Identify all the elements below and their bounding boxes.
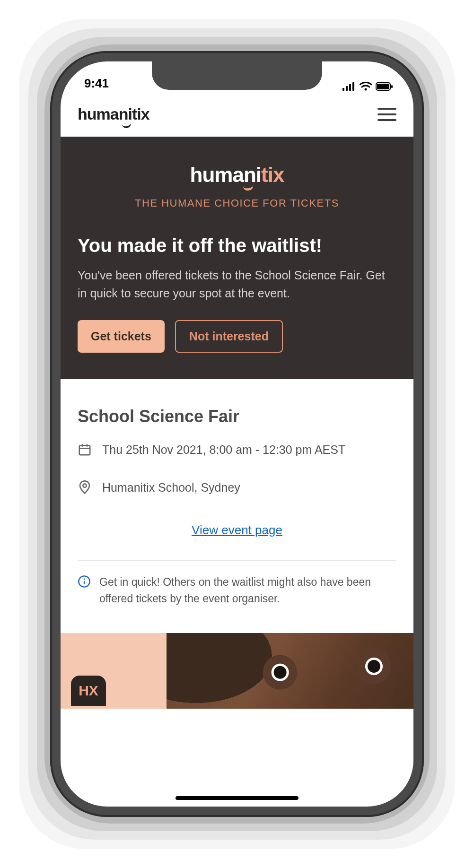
event-location: Humanitix School, Sydney [102, 481, 240, 495]
status-time: 9:41 [84, 76, 109, 91]
event-datetime: Thu 25th Nov 2021, 8:00 am - 12:30 pm AE… [102, 443, 345, 457]
svg-point-4 [365, 88, 367, 91]
hero-body: You've been offered tickets to the Schoo… [78, 267, 396, 302]
svg-rect-7 [391, 85, 393, 88]
wifi-icon [360, 82, 372, 91]
svg-rect-0 [342, 88, 344, 91]
hero-brand-logo: HumaniTIX [190, 163, 284, 187]
menu-icon[interactable] [377, 108, 396, 121]
hx-badge: HX [71, 676, 106, 706]
svg-point-15 [84, 578, 85, 580]
location-pin-icon [78, 480, 92, 495]
svg-rect-3 [352, 82, 354, 91]
notice-text: Get in quick! Others on the waitlist mig… [99, 574, 396, 607]
hero-actions: Get tickets Not interested [78, 320, 396, 353]
home-indicator[interactable] [176, 796, 298, 800]
hero-section: HumaniTIX THE HUMANE CHOICE FOR TICKETS … [61, 137, 413, 379]
event-title: School Science Fair [78, 407, 396, 426]
svg-rect-1 [346, 86, 348, 91]
svg-rect-2 [349, 84, 351, 91]
info-icon [78, 575, 91, 588]
phone-frame: 9:41 [50, 51, 424, 817]
event-location-row: Humanitix School, Sydney [78, 480, 396, 495]
footer-image-photo [167, 633, 413, 709]
svg-rect-6 [377, 84, 389, 89]
divider [78, 560, 396, 561]
footer-image-strip: HX [61, 633, 413, 709]
footer-image-left: HX [61, 633, 167, 709]
app-header: humanitix [61, 94, 413, 137]
not-interested-button[interactable]: Not interested [175, 320, 283, 353]
phone-notch [152, 61, 322, 90]
cellular-icon [342, 82, 356, 91]
brand-logo[interactable]: humanitix [78, 105, 149, 123]
svg-point-12 [83, 484, 87, 488]
svg-rect-8 [79, 445, 90, 455]
battery-icon [376, 82, 393, 91]
waitlist-notice: Get in quick! Others on the waitlist mig… [78, 574, 396, 607]
view-event-link[interactable]: View event page [192, 523, 282, 537]
get-tickets-button[interactable]: Get tickets [78, 320, 165, 353]
calendar-icon [78, 443, 92, 457]
phone-screen: 9:41 [61, 61, 413, 807]
hero-title: You made it off the waitlist! [78, 235, 396, 256]
hero-tagline: THE HUMANE CHOICE FOR TICKETS [78, 197, 396, 209]
event-section: School Science Fair Thu 25th Nov 2021, 8… [61, 379, 413, 621]
status-indicators [342, 82, 393, 91]
event-datetime-row: Thu 25th Nov 2021, 8:00 am - 12:30 pm AE… [78, 443, 396, 457]
